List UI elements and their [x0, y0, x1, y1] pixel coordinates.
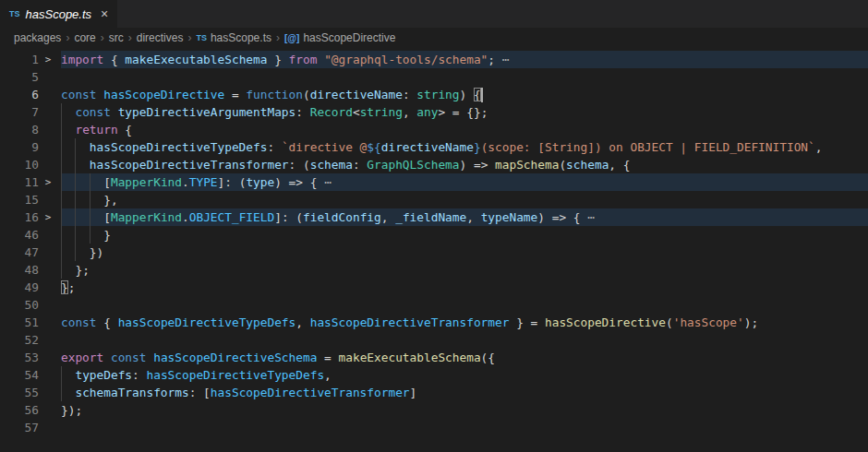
code-line[interactable]: 52: [0, 331, 868, 349]
line-number[interactable]: 6: [0, 86, 39, 103]
fold-gutter[interactable]: [39, 314, 57, 331]
line-number[interactable]: 1: [0, 51, 39, 68]
line-number[interactable]: 15: [0, 191, 39, 208]
code-editor[interactable]: 1>import { makeExecutableSchema } from "…: [0, 48, 868, 452]
line-number[interactable]: 10: [0, 156, 39, 173]
code-line[interactable]: 51const { hasScopeDirectiveTypeDefs, has…: [0, 314, 868, 331]
fold-gutter[interactable]: [39, 331, 57, 349]
line-number[interactable]: 57: [0, 419, 39, 436]
line-number[interactable]: 56: [0, 401, 39, 419]
code-line[interactable]: 55 schemaTransforms: [hasScopeDirectiveT…: [0, 384, 868, 401]
code-line[interactable]: 46 }: [0, 226, 868, 244]
code-line-text[interactable]: hasScopeDirectiveTransformer: (schema: G…: [61, 156, 868, 173]
code-line-text[interactable]: });: [61, 401, 868, 419]
fold-gutter[interactable]: [39, 296, 57, 314]
code-line-text[interactable]: const hasScopeDirective = function(direc…: [61, 86, 868, 103]
code-line[interactable]: 49};: [0, 279, 868, 296]
fold-gutter[interactable]: [39, 121, 57, 138]
code-line-text[interactable]: [61, 331, 868, 349]
line-number[interactable]: 51: [0, 314, 39, 331]
code-line[interactable]: 16> [MapperKind.OBJECT_FIELD]: (fieldCon…: [0, 208, 868, 226]
chevron-right-icon[interactable]: >: [45, 208, 52, 226]
code-line[interactable]: 47 }): [0, 244, 868, 261]
code-line[interactable]: 54 typeDefs: hasScopeDirectiveTypeDefs,: [0, 366, 868, 384]
line-number[interactable]: 5: [0, 68, 39, 86]
code-line[interactable]: 6const hasScopeDirective = function(dire…: [0, 86, 868, 103]
chevron-right-icon[interactable]: >: [45, 51, 52, 68]
code-line-text[interactable]: return {: [61, 121, 868, 138]
fold-gutter[interactable]: [39, 138, 57, 156]
fold-gutter[interactable]: [39, 401, 57, 419]
code-line-text[interactable]: schemaTransforms: [hasScopeDirectiveTran…: [61, 384, 868, 401]
fold-gutter[interactable]: [39, 349, 57, 366]
breadcrumb-item-symbol[interactable]: [@] hasScopeDirective: [284, 31, 395, 44]
code-line-text[interactable]: [61, 296, 868, 314]
line-number[interactable]: 16: [0, 208, 39, 226]
code-line[interactable]: 5: [0, 68, 868, 86]
code-line-text[interactable]: }: [61, 226, 868, 244]
code-line[interactable]: 53export const hasScopeDirectiveSchema =…: [0, 349, 868, 366]
code-line[interactable]: 57: [0, 419, 868, 436]
fold-gutter[interactable]: [39, 103, 57, 121]
code-line[interactable]: 11> [MapperKind.TYPE]: (type) => { ⋯: [0, 173, 868, 191]
code-line-text[interactable]: [61, 68, 868, 86]
code-line-text[interactable]: typeDefs: hasScopeDirectiveTypeDefs,: [61, 366, 868, 384]
fold-gutter[interactable]: [39, 419, 57, 436]
code-line-text[interactable]: [61, 419, 868, 436]
breadcrumb-item-core[interactable]: core: [74, 31, 95, 44]
line-number[interactable]: 46: [0, 226, 39, 244]
code-line-text[interactable]: };: [61, 279, 868, 296]
line-number[interactable]: 49: [0, 279, 39, 296]
code-line[interactable]: 50: [0, 296, 868, 314]
fold-gutter[interactable]: [39, 156, 57, 173]
breadcrumb-item-packages[interactable]: packages: [14, 31, 61, 44]
code-line-text[interactable]: export const hasScopeDirectiveSchema = m…: [61, 349, 868, 366]
code-line[interactable]: 1>import { makeExecutableSchema } from "…: [0, 51, 868, 68]
line-number[interactable]: 54: [0, 366, 39, 384]
fold-gutter[interactable]: >: [39, 51, 57, 68]
fold-gutter[interactable]: >: [39, 173, 57, 191]
line-number[interactable]: 47: [0, 244, 39, 261]
chevron-right-icon[interactable]: >: [45, 173, 52, 191]
fold-gutter[interactable]: [39, 279, 57, 296]
code-line[interactable]: 8 return {: [0, 121, 868, 138]
code-line[interactable]: 56});: [0, 401, 868, 419]
code-line-text[interactable]: hasScopeDirectiveTypeDefs: `directive @$…: [61, 138, 868, 156]
breadcrumb-item-directives[interactable]: directives: [137, 31, 184, 44]
fold-gutter[interactable]: [39, 86, 57, 103]
line-number[interactable]: 55: [0, 384, 39, 401]
line-number[interactable]: 52: [0, 331, 39, 349]
code-line-text[interactable]: }): [61, 244, 868, 261]
line-number[interactable]: 9: [0, 138, 39, 156]
fold-gutter[interactable]: [39, 68, 57, 86]
code-line-text[interactable]: const typeDirectiveArgumentMaps: Record<…: [61, 103, 868, 121]
code-line-text[interactable]: };: [61, 261, 868, 279]
code-line[interactable]: 10 hasScopeDirectiveTransformer: (schema…: [0, 156, 868, 173]
line-number[interactable]: 8: [0, 121, 39, 138]
close-icon[interactable]: ×: [101, 7, 108, 20]
code-line-text[interactable]: [MapperKind.TYPE]: (type) => { ⋯: [61, 173, 868, 191]
code-line[interactable]: 7 const typeDirectiveArgumentMaps: Recor…: [0, 103, 868, 121]
fold-gutter[interactable]: [39, 261, 57, 279]
line-number[interactable]: 7: [0, 103, 39, 121]
fold-gutter[interactable]: [39, 191, 57, 208]
fold-gutter[interactable]: [39, 384, 57, 401]
code-line-text[interactable]: },: [61, 191, 868, 208]
breadcrumb-item-file[interactable]: TS hasScope.ts: [196, 31, 271, 44]
fold-gutter[interactable]: [39, 244, 57, 261]
breadcrumb-item-src[interactable]: src: [109, 31, 124, 44]
code-line[interactable]: 15 },: [0, 191, 868, 208]
line-number[interactable]: 50: [0, 296, 39, 314]
fold-gutter[interactable]: [39, 366, 57, 384]
fold-gutter[interactable]: [39, 226, 57, 244]
code-line[interactable]: 48 };: [0, 261, 868, 279]
code-line-text[interactable]: const { hasScopeDirectiveTypeDefs, hasSc…: [61, 314, 868, 331]
line-number[interactable]: 53: [0, 349, 39, 366]
code-line[interactable]: 9 hasScopeDirectiveTypeDefs: `directive …: [0, 138, 868, 156]
code-line-text[interactable]: [MapperKind.OBJECT_FIELD]: (fieldConfig,…: [61, 208, 868, 226]
fold-gutter[interactable]: >: [39, 208, 57, 226]
code-line-text[interactable]: import { makeExecutableSchema } from "@g…: [61, 51, 868, 68]
line-number[interactable]: 11: [0, 173, 39, 191]
line-number[interactable]: 48: [0, 261, 39, 279]
tab-hasscope-ts[interactable]: TS hasScope.ts ×: [0, 0, 117, 28]
